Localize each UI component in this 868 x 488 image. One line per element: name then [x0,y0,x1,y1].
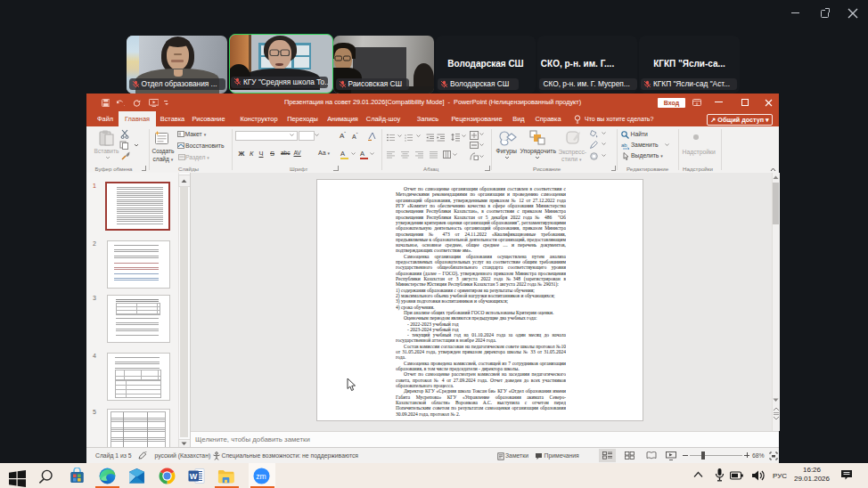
svg-text:W: W [190,471,198,480]
svg-text:ab: ab [621,142,627,148]
svg-text:zm: zm [256,472,266,481]
